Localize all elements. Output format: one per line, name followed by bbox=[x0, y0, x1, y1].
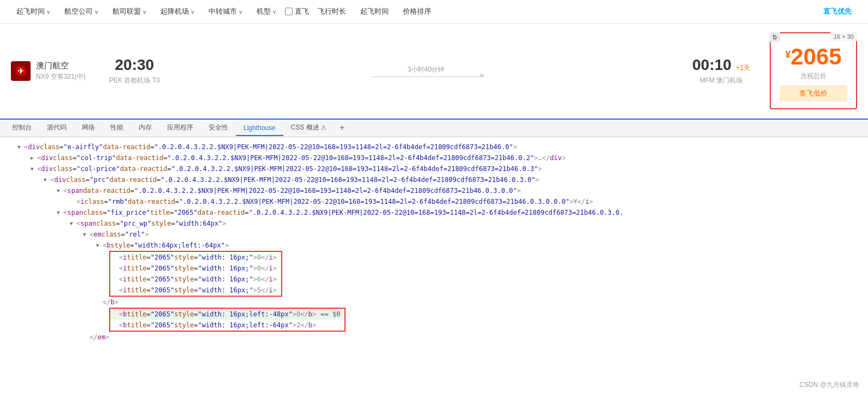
filter-aircraft-type[interactable]: 机型 ∨ bbox=[251, 4, 282, 19]
code-line: </em> bbox=[0, 332, 868, 343]
airline-text: 澳门航空 NX9 空客321(中) bbox=[36, 61, 86, 81]
tab-sources[interactable]: 源代码 bbox=[39, 120, 74, 137]
airline-info: ✈ 澳门航空 NX9 空客321(中) bbox=[11, 61, 98, 81]
tab-console[interactable]: 控制台 bbox=[4, 120, 39, 137]
code-line: <span data-reactid=".0.2.0.4.3.2.2.$NX9|… bbox=[0, 185, 868, 196]
flight-card: ✈ 澳门航空 NX9 空客321(中) 20:30 PEK 首都机场 T3 3小… bbox=[0, 23, 868, 119]
source-panel: <div class="e-airfly" data-reactid=".0.2… bbox=[0, 137, 868, 347]
selected-code-line: <b title="2065" style="width: 16px;left:… bbox=[110, 309, 344, 320]
tab-css-overview[interactable]: CSS 概述 ⚠ bbox=[283, 120, 334, 137]
duration-line bbox=[371, 77, 480, 77]
filter-alliance[interactable]: 航司联盟 ∨ bbox=[107, 4, 152, 19]
price-amount: ¥2065 bbox=[780, 44, 847, 69]
airline-code: NX9 空客321(中) bbox=[36, 72, 86, 81]
devtools-tabs: 控制台 源代码 网络 性能 内存 应用程序 安全性 Lighthouse CSS… bbox=[0, 119, 868, 137]
airline-logo: ✈ bbox=[11, 61, 31, 81]
selected-equals: == $0 bbox=[320, 309, 340, 319]
code-line: <div class="col-price" data-reactid=".0.… bbox=[0, 163, 868, 174]
code-line: <div class="prc" data-reactid=".0.2.0.4.… bbox=[0, 174, 868, 185]
arrive-info: 00:10 +1天 MFM 澳门机场 bbox=[692, 56, 750, 85]
b-indicator: b bbox=[770, 32, 780, 42]
expand-icon[interactable] bbox=[83, 230, 90, 239]
red-box-group: <i title="2065" style="width: 16px;" >0<… bbox=[109, 251, 282, 297]
filter-bar: 起飞时间 ∨ 航空公司 ∨ 航司联盟 ∨ 起降机场 ∨ 中转城市 ∨ 机型 ∨ … bbox=[0, 0, 868, 23]
price-box[interactable]: b 16 × 30 ¥2065 含税总价 查飞低价 bbox=[770, 32, 857, 109]
airline-name: 澳门航空 bbox=[36, 61, 86, 71]
tab-add[interactable]: + bbox=[334, 120, 350, 137]
buy-button[interactable]: 查飞低价 bbox=[780, 85, 847, 102]
tab-memory[interactable]: 内存 bbox=[131, 120, 159, 137]
code-line: <i class="rmb" data-reactid=".0.2.0.4.3.… bbox=[0, 196, 868, 207]
code-line: <span class="prc_wp" style="width:64px" … bbox=[0, 218, 868, 229]
expand-icon[interactable] bbox=[57, 208, 63, 217]
chevron-down-icon: ∨ bbox=[191, 9, 194, 15]
filter-direct-priority[interactable]: 直飞优先 bbox=[818, 4, 857, 19]
red-box-group-2: <b title="2065" style="width: 16px;left:… bbox=[109, 308, 346, 332]
tab-application[interactable]: 应用程序 bbox=[159, 120, 201, 137]
flight-times: 20:30 PEK 首都机场 T3 3小时40分钟 00:10 +1天 MFM … bbox=[98, 56, 761, 85]
price-currency: ¥ bbox=[785, 50, 790, 61]
code-line: </b> bbox=[0, 297, 868, 308]
code-line: <i title="2065" style="width: 16px;" >6<… bbox=[110, 274, 281, 285]
code-line: <div class="e-airfly" data-reactid=".0.2… bbox=[0, 142, 868, 152]
expand-icon[interactable] bbox=[96, 240, 103, 250]
chevron-down-icon: ∨ bbox=[239, 9, 242, 15]
expand-icon[interactable] bbox=[44, 175, 50, 185]
tab-network[interactable]: 网络 bbox=[74, 120, 103, 137]
depart-time: 20:30 bbox=[109, 56, 160, 74]
filter-departure-time[interactable]: 起飞时间 ∨ bbox=[11, 4, 56, 19]
credit-text: CSDN @九月镇灵将 bbox=[799, 381, 859, 389]
code-line: <i title="2065" style="width: 16px;" >0<… bbox=[110, 263, 281, 274]
filter-price-sort[interactable]: 价格排序 bbox=[397, 4, 437, 19]
size-indicator: 16 × 30 bbox=[830, 32, 857, 41]
code-line: <i title="2065" style="width: 16px;" >0<… bbox=[110, 252, 281, 263]
filter-transit-city[interactable]: 中转城市 ∨ bbox=[203, 4, 248, 19]
expand-icon[interactable] bbox=[70, 219, 76, 228]
chevron-down-icon: ∨ bbox=[94, 9, 98, 15]
code-line: <b title="2065" style="width: 16px;left:… bbox=[110, 320, 344, 331]
chevron-down-icon: ∨ bbox=[272, 9, 276, 15]
filter-direct-flight[interactable]: 直飞 bbox=[285, 7, 309, 16]
code-line: <div class="col-trip" data-reactid=".0.2… bbox=[0, 152, 868, 163]
code-line: <i title="2065" style="width: 16px;" >5<… bbox=[110, 285, 281, 296]
filter-departure-time-2[interactable]: 起飞时间 bbox=[355, 4, 394, 19]
chevron-down-icon: ∨ bbox=[142, 9, 146, 15]
duration-text: 3小时40分钟 bbox=[407, 65, 444, 74]
arrive-airport: MFM 澳门机场 bbox=[692, 76, 750, 85]
depart-info: 20:30 PEK 首都机场 T3 bbox=[109, 56, 160, 85]
code-line: <em class="rel" > bbox=[0, 229, 868, 240]
filter-airline[interactable]: 航空公司 ∨ bbox=[59, 4, 104, 19]
expand-icon[interactable] bbox=[57, 186, 63, 196]
price-label: 含税总价 bbox=[780, 72, 847, 81]
depart-airport: PEK 首都机场 T3 bbox=[109, 76, 160, 85]
tab-lighthouse[interactable]: Lighthouse bbox=[236, 121, 283, 136]
tab-performance[interactable]: 性能 bbox=[103, 120, 131, 137]
filter-airport[interactable]: 起降机场 ∨ bbox=[155, 4, 200, 19]
arrive-time: 00:10 bbox=[692, 56, 732, 73]
warning-icon: ⚠ bbox=[321, 124, 326, 131]
code-line: <span class="fix_price" title="2065" dat… bbox=[0, 207, 868, 218]
duration-info: 3小时40分钟 bbox=[171, 65, 682, 77]
bottom-bar: CSDN @九月镇灵将 bbox=[799, 380, 859, 390]
next-day-badge: +1天 bbox=[736, 64, 750, 72]
expand-icon[interactable] bbox=[17, 142, 24, 152]
expand-icon[interactable] bbox=[31, 153, 37, 163]
chevron-down-icon: ∨ bbox=[46, 9, 50, 15]
expand-icon[interactable] bbox=[31, 164, 37, 174]
filter-flight-duration[interactable]: 飞行时长 bbox=[312, 4, 352, 19]
code-line: <b style="width:64px;left:-64px" > bbox=[0, 240, 868, 251]
tab-security[interactable]: 安全性 bbox=[201, 120, 236, 137]
direct-flight-checkbox[interactable] bbox=[285, 8, 293, 15]
